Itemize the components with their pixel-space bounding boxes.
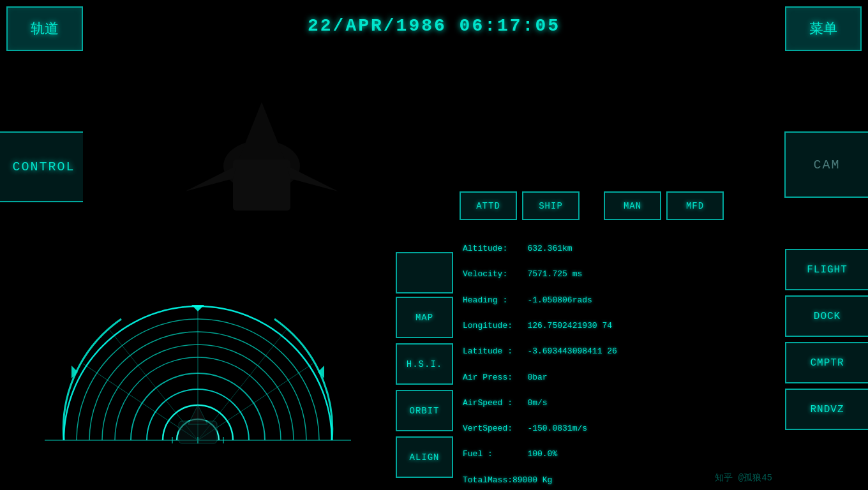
cam-button[interactable]: CAM <box>784 131 868 198</box>
tab-ship[interactable]: SHIP <box>522 191 580 220</box>
latitude-line: Latitude : -3.693443098411 26 <box>463 346 617 356</box>
tabs-row: ATTD SHIP MAN MFD <box>460 191 724 220</box>
left-buttons-panel: MAP H.S.I. ORBIT ALIGN <box>396 297 453 478</box>
velocity-line: Velocity: 7571.725 ms <box>463 269 582 279</box>
airpress-line: Air Press: 0bar <box>463 373 548 382</box>
rndvz-button[interactable]: RNDVZ <box>785 389 868 430</box>
tab-man[interactable]: MAN <box>604 191 661 220</box>
orbit-button[interactable]: ORBIT <box>396 390 453 431</box>
align-button[interactable]: ALIGN <box>396 436 453 478</box>
flight-button[interactable]: FLIGHT <box>785 249 868 290</box>
cmptr-button[interactable]: CMPTR <box>785 342 868 383</box>
telemetry-panel: Altitude: 632.361km Velocity: 7571.725 m… <box>460 226 779 490</box>
radar-area <box>0 223 396 490</box>
map-button[interactable]: MAP <box>396 297 453 338</box>
datetime-display: 22/APR/1986 06:17:05 <box>308 16 560 36</box>
header: 22/APR/1986 06:17:05 <box>0 0 868 51</box>
svg-rect-3 <box>233 160 290 211</box>
ship-view <box>83 57 440 249</box>
hsi-button[interactable]: H.S.I. <box>396 343 453 385</box>
longitude-line: Longitude: 126.7502421930 74 <box>463 321 612 330</box>
tab-attd[interactable]: ATTD <box>460 191 517 220</box>
heading-line: Heading : -1.050806rads <box>463 295 592 305</box>
airspeed-line: AirSpeed : 0m/s <box>463 398 548 408</box>
control-button[interactable]: CONTROL <box>0 131 89 202</box>
right-buttons-panel: FLIGHT DOCK CMPTR RNDVZ <box>785 249 868 430</box>
totalmass-line: TotalMass:89000 Kg <box>463 475 552 485</box>
telemetry-text: Altitude: 632.361km Velocity: 7571.725 m… <box>463 230 775 490</box>
screen: 22/APR/1986 06:17:05 轨道 菜单 CONTROL CAM <box>0 0 868 490</box>
blank-square-button[interactable] <box>396 252 453 293</box>
fuel-line: Fuel : 100.0% <box>463 449 557 459</box>
altitude-line: Altitude: 632.361km <box>463 244 572 253</box>
ship-silhouette <box>134 64 389 242</box>
vertspeed-line: VertSpeed: -150.0831m/s <box>463 424 587 433</box>
radar-svg <box>26 236 370 479</box>
dock-button[interactable]: DOCK <box>785 295 868 337</box>
watermark: 知乎 @孤狼45 <box>715 472 772 484</box>
tab-mfd[interactable]: MFD <box>666 191 724 220</box>
